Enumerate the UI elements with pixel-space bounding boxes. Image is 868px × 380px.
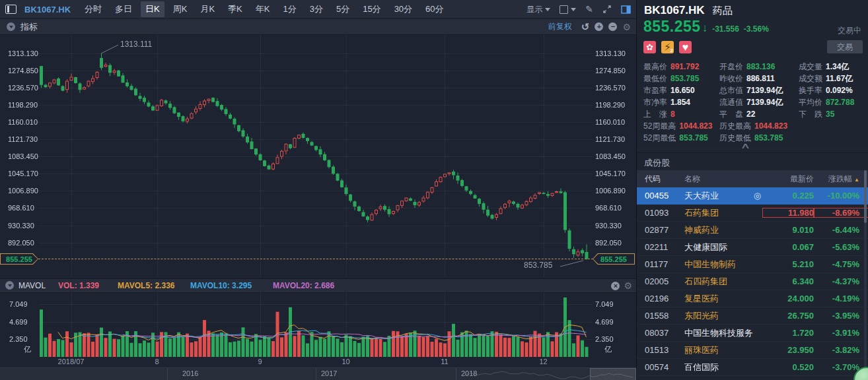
- table-row-00858[interactable]: 00858精优药业0.109-3.54%: [637, 376, 868, 380]
- table-row-02196[interactable]: 02196复星医药24.000-4.19%: [637, 290, 868, 307]
- candlestick-canvas[interactable]: [0, 34, 636, 278]
- header-change-percent[interactable]: 涨跌幅▲: [814, 174, 868, 185]
- cell-change-percent: -3.95%: [814, 311, 868, 321]
- stat-value: 1.854: [670, 98, 690, 107]
- cell-name: 中国生物制药: [684, 259, 762, 270]
- stat-label: 成交量: [799, 62, 822, 71]
- tab-周K[interactable]: 周K: [168, 1, 192, 17]
- cell-name: 复星医药: [684, 293, 762, 305]
- stat-流通值: 流通值7139.94亿: [719, 97, 799, 108]
- cell-name: 东阳光药: [684, 310, 762, 322]
- tab-60分[interactable]: 60分: [421, 1, 448, 17]
- table-row-08037[interactable]: 08037中国生物科技服务1.720-3.91%: [637, 325, 868, 342]
- stats-row: 市净率1.854流通值7139.94亿平均价872.788: [643, 96, 864, 108]
- undo-icon[interactable]: ↺: [581, 22, 590, 32]
- indicator-settings-icon[interactable]: ⚙: [624, 281, 632, 290]
- fullscreen-icon[interactable]: [602, 5, 612, 14]
- indicator-dropdown-icon[interactable]: [7, 22, 15, 31]
- cell-change-percent: -5.63%: [814, 242, 868, 252]
- chart-settings-icon[interactable]: ⚙: [622, 22, 631, 32]
- table-row-02877[interactable]: 02877神威药业9.010-6.44%: [637, 222, 868, 239]
- header-change-percent-label: 涨跌幅: [828, 174, 852, 183]
- panel-toggle-icon[interactable]: [621, 5, 631, 14]
- draw-tool-icon[interactable]: ✎: [585, 4, 593, 15]
- cell-code: 01093: [637, 208, 684, 218]
- stats-row: 最低价853.785昨收价886.811成交额11.67亿: [643, 73, 864, 84]
- cell-change-percent: -10.00%: [814, 191, 868, 201]
- stat-value: 1044.823: [679, 121, 712, 131]
- tab-15分[interactable]: 15分: [358, 1, 385, 17]
- indicator-label[interactable]: 指标: [20, 21, 38, 33]
- table-scrollbar[interactable]: [864, 170, 867, 380]
- cell-price: 0.067: [762, 242, 814, 252]
- chevron-down-icon: [571, 8, 576, 11]
- hk-market-icon[interactable]: [643, 41, 656, 53]
- table-row-00574[interactable]: 00574百信国际0.520-3.70%: [637, 359, 868, 376]
- tab-3分[interactable]: 3分: [305, 1, 328, 17]
- table-header: 代码 名称 最新价 涨跌幅▲: [637, 170, 868, 187]
- zoom-in-icon[interactable]: +: [595, 22, 603, 31]
- adjust-mode-label[interactable]: 前复权: [548, 21, 572, 32]
- tab-年K[interactable]: 年K: [251, 1, 275, 17]
- stat-label: 历史最高: [719, 121, 751, 131]
- tab-日K[interactable]: 日K: [141, 1, 164, 17]
- cell-name: 石四药集团: [684, 276, 762, 288]
- cell-price: 24.000: [762, 294, 814, 303]
- tab-多日[interactable]: 多日: [110, 1, 137, 17]
- tab-季K[interactable]: 季K: [223, 1, 247, 17]
- cell-code: 00574: [637, 362, 684, 372]
- range-selector-strip[interactable]: 201620172018: [0, 367, 636, 380]
- stat-value: 853.785: [670, 74, 699, 83]
- zoom-out-icon[interactable]: −: [608, 22, 617, 31]
- scrollbar-thumb[interactable]: [864, 170, 867, 223]
- stat-label: 市盈率: [643, 86, 667, 95]
- cell-price: 0.520: [762, 362, 814, 372]
- tab-30分[interactable]: 30分: [390, 1, 417, 17]
- cell-price: 9.010: [762, 225, 814, 235]
- quote-stats-grid: 最高价891.792开盘价883.136成交量1.34亿最低价853.785昨收…: [643, 61, 864, 144]
- header-last-price[interactable]: 最新价: [762, 174, 814, 185]
- cell-price: 6.340: [762, 276, 814, 286]
- table-row-01093[interactable]: 01093石药集团11.980-8.69%: [637, 205, 868, 222]
- window-layout-icon[interactable]: [5, 5, 17, 14]
- stat-下 跌: 下 跌35: [799, 109, 864, 120]
- table-row-00455[interactable]: 00455天大药业◎0.225-10.00%: [637, 187, 868, 205]
- stat-label: 昨收价: [719, 74, 743, 83]
- time-tick-8: 8: [155, 358, 159, 365]
- quote-level-icon[interactable]: ⚡2: [661, 41, 674, 53]
- volume-legend-3: MAVOL20: 2.686: [273, 281, 334, 290]
- range-selection-window[interactable]: [590, 368, 636, 380]
- cell-name: 中国生物科技服务: [684, 327, 762, 339]
- stat-value: 16.650: [670, 86, 695, 95]
- cell-change-percent: -6.44%: [814, 225, 868, 235]
- range-separator: [167, 368, 168, 380]
- stat-label: 52周最低: [643, 133, 676, 142]
- trade-button[interactable]: 交易: [827, 40, 863, 53]
- tab-月K[interactable]: 月K: [196, 1, 219, 17]
- last-price: 855.255: [643, 18, 701, 36]
- collapse-stats-chevron-icon[interactable]: ∧: [740, 141, 750, 150]
- close-indicator-icon[interactable]: ×: [611, 282, 620, 290]
- display-dropdown[interactable]: 显示: [526, 4, 550, 15]
- range-preview-canvas: [0, 368, 636, 380]
- quote-title: BK1067.HK药品: [644, 4, 733, 17]
- table-row-01513[interactable]: 01513丽珠医药23.950-3.82%: [637, 342, 868, 359]
- table-row-02211[interactable]: 02211大健康国际0.067-5.63%: [637, 239, 868, 256]
- favorite-heart-icon[interactable]: ♥: [679, 41, 692, 53]
- tab-5分[interactable]: 5分: [332, 1, 354, 17]
- quote-badges: ⚡2 ♥: [643, 41, 692, 53]
- cell-name: 天大药业◎: [684, 190, 762, 202]
- stat-value: 0.092%: [826, 86, 853, 95]
- stat-label: 下 跌: [799, 110, 822, 119]
- table-row-01558[interactable]: 01558东阳光药26.750-3.95%: [637, 307, 868, 325]
- watch-eye-icon[interactable]: ◎: [754, 191, 761, 201]
- volume-canvas[interactable]: [0, 292, 636, 357]
- tab-分时[interactable]: 分时: [80, 1, 106, 17]
- tab-1分[interactable]: 1分: [278, 1, 301, 17]
- chart-style-dropdown[interactable]: [560, 5, 576, 14]
- table-row-02005[interactable]: 02005石四药集团6.340-4.37%: [637, 273, 868, 290]
- cell-code: 01177: [637, 259, 684, 269]
- symbol-label: BK1067.HK: [24, 5, 71, 15]
- table-row-01177[interactable]: 01177中国生物制药5.210-4.75%: [637, 256, 868, 273]
- mavol-dropdown-icon[interactable]: [5, 281, 14, 290]
